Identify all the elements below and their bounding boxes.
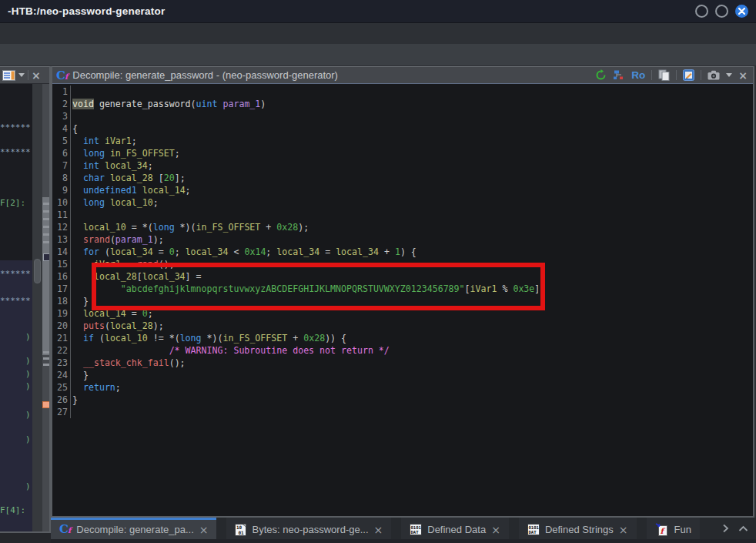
code-line[interactable]: 17 "abcdefghijklmnopqrstuvwxyzABCDEFGHIJ… <box>52 283 753 295</box>
code-line[interactable]: 8 char local_28 [20]; <box>52 172 753 184</box>
code-token: ) { <box>400 246 416 257</box>
code-line[interactable]: 5 int iVar1; <box>52 135 753 147</box>
listing-body[interactable]: ************F[2]:************)))))))F[4]… <box>0 84 49 531</box>
code-text: /* WARNING: Subroutine does not return *… <box>71 344 390 357</box>
ro-button[interactable]: Ro <box>631 69 645 81</box>
code-line[interactable]: 15 iVar1 = rand(); <box>52 258 753 270</box>
navigation-marker-tick[interactable] <box>43 210 49 213</box>
code-text <box>71 110 72 122</box>
code-line[interactable]: 7 int local_34; <box>52 159 753 172</box>
svg-text:DAT: DAT <box>411 530 420 535</box>
navigation-marker-tick[interactable] <box>43 364 49 366</box>
tab-scroll-right-icon[interactable] <box>722 524 729 533</box>
code-line[interactable]: 3 <box>52 110 753 122</box>
tab-close-icon[interactable]: × <box>619 525 628 535</box>
code-line[interactable]: 12 local_10 = *(long *)(in_FS_OFFSET + 0… <box>52 221 753 233</box>
code-line[interactable]: 23 __stack_chk_fail(); <box>52 357 753 369</box>
decompiler-code-area[interactable]: 12void generate_password(uint param_1)34… <box>52 84 753 516</box>
code-line[interactable]: 2void generate_password(uint param_1) <box>52 98 753 110</box>
code-token <box>105 173 110 183</box>
code-line[interactable]: 6 long in_FS_OFFSET; <box>52 147 753 159</box>
code-token <box>94 99 99 109</box>
tab-decompile[interactable]: CfDecompile: generate_pa...× <box>51 518 216 539</box>
listing-fragment: ) <box>25 369 31 379</box>
navigation-marker-zone[interactable] <box>42 197 49 355</box>
decompile-panel-header[interactable]: Cf Decompile: generate_password - (neo-p… <box>52 67 753 84</box>
panel-dropdown-icon[interactable] <box>18 73 25 77</box>
edit-icon[interactable] <box>683 69 694 81</box>
code-line[interactable]: 21 if (local_10 != *(long *)(in_FS_OFFSE… <box>52 332 753 344</box>
code-line[interactable]: 10 long local_10; <box>52 196 753 209</box>
window-titlebar[interactable]: -HTB:/neo-password-generator <box>0 0 756 23</box>
listing-fragment: F[4]: <box>0 505 25 515</box>
code-token: local_14 <box>142 185 186 196</box>
line-number: 14 <box>52 246 71 258</box>
copy-icon[interactable] <box>658 69 670 81</box>
tab-functions[interactable]: fFun <box>647 518 700 539</box>
tab-close-icon[interactable]: × <box>374 525 383 535</box>
code-line[interactable]: 19 local_14 = 0; <box>52 307 753 320</box>
line-number: 20 <box>52 320 71 332</box>
code-line[interactable]: 24 } <box>52 369 753 381</box>
code-token: /* WARNING: Subroutine does not return *… <box>169 345 390 356</box>
code-line[interactable]: 26} <box>52 394 753 406</box>
code-line[interactable]: 11 <box>52 209 753 221</box>
navigation-marker-view[interactable] <box>43 253 49 261</box>
code-line[interactable]: 13 srand(param_1); <box>52 233 753 246</box>
navigation-marker-tick[interactable] <box>43 357 49 360</box>
code-text: "abcdefghijklmnopqrstuvwxyzABCDEFGHIJKLM… <box>71 283 545 295</box>
code-line[interactable]: 9 undefined1 local_14; <box>52 184 753 196</box>
navigation-marker-tick[interactable] <box>43 226 49 228</box>
panel-menu-dropdown-icon[interactable] <box>726 73 732 77</box>
navigation-marker-bookmark[interactable] <box>42 401 49 408</box>
scrollbar-thumb[interactable] <box>34 259 41 283</box>
code-line[interactable]: 16 local_28[local_34] = <box>52 270 753 283</box>
code-token: { <box>72 123 78 134</box>
code-line[interactable]: 22 /* WARNING: Subroutine does not retur… <box>52 344 753 357</box>
tab-defined-strings[interactable]: 0101DATDefined Strings× <box>519 518 637 539</box>
code-token: ]; <box>534 283 545 294</box>
code-line[interactable]: 20 puts(local_28); <box>52 320 753 332</box>
navigation-marker-tick[interactable] <box>43 241 49 243</box>
close-button[interactable] <box>735 5 748 18</box>
tab-close-icon[interactable]: × <box>491 525 500 535</box>
code-line[interactable]: 1 <box>52 85 753 98</box>
line-number: 17 <box>52 283 71 295</box>
collapse-panel-icon[interactable] <box>738 525 748 532</box>
code-token <box>72 185 83 196</box>
navigation-marker-tick[interactable] <box>43 233 49 236</box>
panel-close-icon[interactable]: × <box>32 70 41 81</box>
maximize-button[interactable] <box>715 5 728 18</box>
navigation-marker-tick[interactable] <box>43 218 49 220</box>
tab-close-icon[interactable]: × <box>199 525 209 535</box>
navigation-marker-margin[interactable] <box>42 84 49 531</box>
minimize-button[interactable] <box>695 5 708 18</box>
menu-bar <box>0 23 756 45</box>
tab-defined-data[interactable]: 0101DATDefined Data× <box>401 518 509 539</box>
code-token: } <box>72 394 78 405</box>
code-line[interactable]: 27 <box>52 406 753 418</box>
toolbar-separator <box>676 70 677 80</box>
code-line[interactable]: 4{ <box>52 122 753 135</box>
code-line[interactable]: 18 } <box>52 295 753 307</box>
decompile-close-icon[interactable]: × <box>738 70 748 81</box>
code-line[interactable]: 14 for (local_34 = 0; local_34 < 0x14; l… <box>52 246 753 258</box>
code-line[interactable]: 25 return; <box>52 381 753 394</box>
code-text <box>71 209 72 221</box>
function-graph-icon[interactable] <box>613 70 625 80</box>
code-token: ( <box>110 234 115 245</box>
code-token: local_34 <box>110 246 153 257</box>
navigation-marker-tick[interactable] <box>43 351 49 354</box>
code-token: )) { <box>325 333 346 344</box>
tab-label: Bytes: neo-password-ge... <box>252 524 368 535</box>
code-token <box>72 160 83 171</box>
navigation-marker-tick[interactable] <box>43 203 49 205</box>
refresh-icon[interactable] <box>595 69 607 81</box>
listing-panel-header[interactable]: × <box>0 67 49 84</box>
snapshot-camera-icon[interactable] <box>707 70 720 80</box>
tab-label: Fun <box>674 524 691 535</box>
listing-scrollbar[interactable] <box>32 84 42 531</box>
tab-bytes[interactable]: 1001Bytes: neo-password-ge...× <box>226 518 391 539</box>
code-text: undefined1 local_14; <box>71 184 191 196</box>
header-separator <box>28 70 28 80</box>
